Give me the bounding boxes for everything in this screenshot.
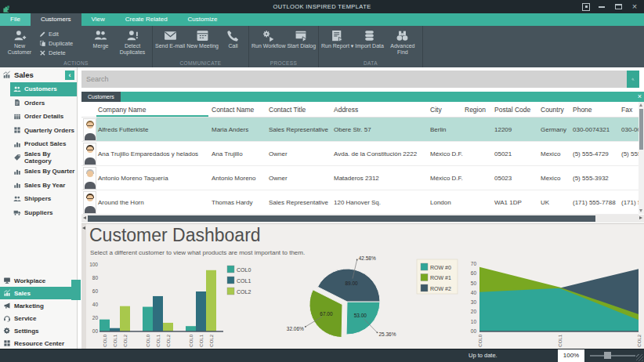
sidebar-item-sales[interactable]: Sales: [0, 287, 77, 299]
import-data-button[interactable]: Import Data: [354, 26, 385, 60]
svg-text:COL0: COL0: [478, 334, 483, 346]
edit-button[interactable]: Edit: [39, 29, 85, 38]
sidebar-item-sales-by-year[interactable]: Sales By Year: [0, 179, 77, 193]
gear-icon: [3, 327, 11, 335]
svg-text:42.58%: 42.58%: [359, 255, 376, 261]
sidebar-item-order-details[interactable]: Order Details: [0, 110, 77, 124]
svg-text:32.06%: 32.06%: [287, 326, 304, 331]
document-tab-customers[interactable]: Customers: [81, 92, 121, 102]
svg-text:COL1: COL1: [113, 334, 118, 346]
scroll-down-icon[interactable]: [639, 209, 642, 212]
run-workflow-button[interactable]: Run Workflow: [251, 26, 286, 60]
call-button[interactable]: Call: [219, 26, 247, 60]
detect-duplicates-button[interactable]: Detect Duplicates: [114, 26, 150, 60]
pie-chart[interactable]: 53.0025.36%67.0032.06%89.0042.58%: [287, 255, 396, 337]
sidebar-item-workplace[interactable]: Workplace: [0, 274, 77, 287]
sidebar-item-sales-by-quarter[interactable]: Sales By Quarter: [0, 165, 77, 179]
advanced-find-button[interactable]: Advanced Find: [385, 26, 421, 60]
ribbon-group-communicate: Send E-mailNew MeetingCallCOMMUNICATE: [153, 26, 249, 67]
svg-text:40: 40: [92, 302, 99, 307]
duplicate-button[interactable]: Duplicate: [39, 38, 85, 48]
cell-company-name: Around the Horn: [96, 190, 210, 214]
ribbon-options-icon[interactable]: [582, 3, 590, 11]
grid-header-contact-name[interactable]: Contact Name: [210, 102, 267, 117]
scroll-left-icon[interactable]: [83, 216, 86, 219]
sidebar-item-marketing[interactable]: Marketing: [0, 299, 77, 312]
tab-close-icon[interactable]: ×: [638, 92, 642, 102]
merge-button[interactable]: Merge: [87, 26, 114, 60]
status-bar: Up to date. 100%: [0, 349, 644, 362]
sidebar-item-settings[interactable]: Settings: [0, 324, 77, 337]
minimize-button[interactable]: [597, 2, 606, 11]
grid-header-avatar: [81, 102, 96, 117]
zoom-slider[interactable]: [590, 355, 635, 357]
cell-address: Mataderos 2312: [332, 166, 429, 190]
chart-line-icon: [2, 68, 11, 82]
new-meeting-button[interactable]: New Meeting: [186, 26, 219, 60]
scroll-right-icon[interactable]: [639, 216, 642, 219]
maximize-button[interactable]: [613, 2, 623, 11]
ribbon-tab-view[interactable]: View: [81, 13, 115, 26]
vertical-scrollbar[interactable]: [639, 102, 644, 214]
zoom-slider-thumb[interactable]: [604, 352, 611, 359]
sidebar-item-sales-by-category[interactable]: Sales By Category: [0, 151, 77, 165]
sidebar-header-label: Sales: [14, 71, 65, 79]
grid-header-phone[interactable]: Phone: [571, 102, 620, 117]
ribbon-tab-create-related[interactable]: Create Related: [115, 13, 178, 26]
splitter-handle[interactable]: [71, 280, 81, 300]
horizontal-scrollbar[interactable]: [81, 215, 644, 223]
send-e-mail-button[interactable]: Send E-mail: [154, 26, 186, 60]
table-row[interactable]: Antonio Moreno TaqueríaAntonio MorenoOwn…: [81, 166, 639, 190]
gears-play-icon: [262, 29, 275, 42]
grid-header-contact-title[interactable]: Contact Title: [267, 102, 332, 117]
bar-chart[interactable]: 0020406080100COL0COL1COL2COL0COL1COL2COL…: [89, 262, 251, 347]
search-button[interactable]: [627, 71, 639, 88]
ribbon-tab-file[interactable]: File: [0, 13, 31, 26]
sidebar-collapse-button[interactable]: ‹: [65, 71, 74, 80]
grid-header-company-name[interactable]: Company Name: [96, 102, 210, 117]
close-button[interactable]: ×: [630, 2, 639, 11]
table-row[interactable]: Alfreds FutterkisteMaria AndersSales Rep…: [81, 118, 639, 142]
tag-icon: [13, 154, 21, 161]
ribbon-tab-customize[interactable]: Customize: [178, 13, 228, 26]
cell-country: Mexico: [539, 166, 571, 190]
svg-text:40: 40: [471, 290, 477, 295]
cell-postal-code: 05023: [493, 166, 539, 190]
horizontal-scroll-thumb[interactable]: [88, 215, 595, 222]
sidebar-item-suppliers[interactable]: Suppliers: [0, 206, 77, 220]
table-row[interactable]: Around the HornThomas HardySales Represe…: [81, 190, 639, 215]
collapse-left-icon[interactable]: [82, 226, 85, 230]
area-chart[interactable]: 0010203040506070COL0COL1COL2: [471, 261, 642, 347]
grid-header-region[interactable]: Region: [463, 102, 493, 117]
cell-fax: 030-00: [620, 118, 639, 141]
sidebar-item-shippers[interactable]: Shippers: [0, 192, 77, 206]
vertical-scroll-thumb[interactable]: [639, 109, 643, 150]
sidebar-item-customers[interactable]: Customers: [10, 82, 77, 96]
grid-header-postal-code[interactable]: Postal Code: [493, 102, 539, 117]
grid-header-fax[interactable]: Fax: [620, 102, 639, 117]
svg-text:COL0: COL0: [237, 267, 251, 273]
ribbon-tab-customers[interactable]: Customers: [31, 13, 81, 26]
svg-text:100: 100: [89, 262, 98, 267]
sidebar-item-quarterly-orders[interactable]: Quarterly Orders: [0, 124, 77, 138]
sidebar-item-orders[interactable]: Orders: [0, 96, 77, 110]
new-customer-button[interactable]: New Customer: [2, 26, 38, 60]
sidebar-item-resource-center[interactable]: Resource Center: [0, 337, 77, 349]
start-dialog-button[interactable]: Start Dialog: [286, 26, 317, 60]
resize-grip[interactable]: [636, 354, 643, 361]
grid-header-address[interactable]: Address: [332, 102, 429, 117]
cell-contact-title: Sales Representative: [267, 190, 332, 214]
delete-button[interactable]: Delete: [39, 48, 85, 57]
svg-text:89.00: 89.00: [345, 281, 358, 286]
run-report-button[interactable]: Run Report ▾: [320, 26, 354, 60]
search-input[interactable]: [81, 71, 627, 88]
grid-header-city[interactable]: City: [429, 102, 463, 117]
scroll-up-icon[interactable]: [639, 103, 642, 107]
sidebar-item-service[interactable]: Service: [0, 312, 77, 324]
sidebar-item-product-sales[interactable]: Product Sales: [0, 137, 77, 151]
chart-legend: ROW #0ROW #1ROW #2: [417, 259, 458, 294]
cell-fax: (171) 5: [620, 190, 639, 214]
grid-header-country[interactable]: Country: [539, 102, 571, 117]
button-label: Edit: [49, 31, 59, 38]
table-row[interactable]: Ana Trujillo Emparedados y heladosAna Tr…: [81, 142, 639, 166]
